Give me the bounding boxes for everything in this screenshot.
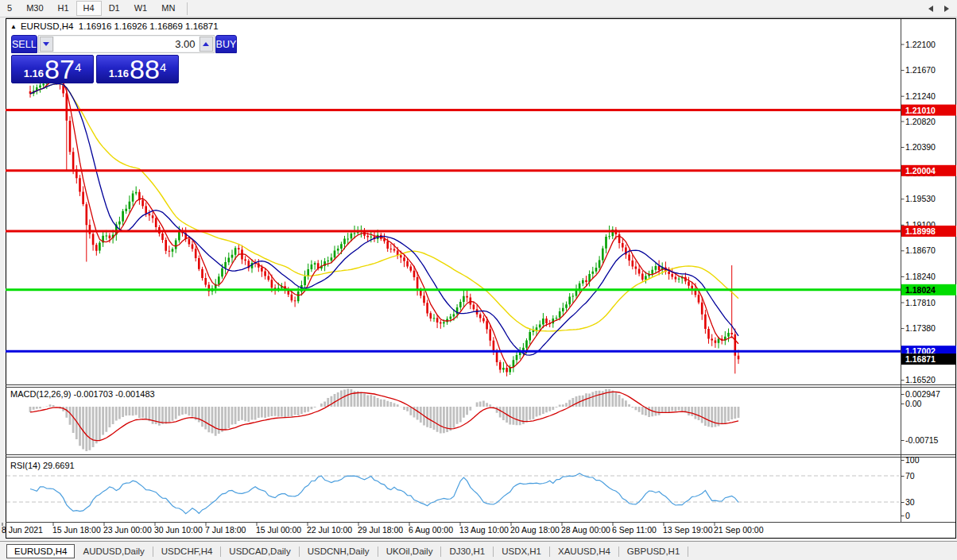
scroll-tabs-left-icon[interactable] <box>928 6 933 12</box>
svg-text:30 Jun 10:00: 30 Jun 10:00 <box>154 525 203 535</box>
buy-price-big: 88 <box>130 56 160 83</box>
svg-text:1.19530: 1.19530 <box>905 194 936 203</box>
rsi-label: RSI(14) 29.6691 <box>10 461 75 470</box>
svg-text:0: 0 <box>905 511 910 520</box>
svg-text:1.22100: 1.22100 <box>905 40 936 49</box>
svg-text:1.17380: 1.17380 <box>905 323 936 333</box>
volume-decrease-button[interactable] <box>40 37 53 52</box>
chart-tab-EURUSD-H4[interactable]: EURUSD,H4 <box>6 544 75 558</box>
svg-text:100: 100 <box>905 455 920 465</box>
one-click-trading-widget: SELL BUY 1.16 87 4 1.16 88 4 <box>11 35 180 83</box>
timeframe-button-D1[interactable]: D1 <box>102 1 127 16</box>
chart-tab-AUDUSD-Daily[interactable]: AUDUSD,Daily <box>75 544 152 558</box>
macd-label: MACD(12,26,9) -0.001703 -0.001483 <box>10 389 155 399</box>
chart-tab-GBPUSD-H1[interactable]: GBPUSD,H1 <box>619 544 688 558</box>
svg-text:1.18670: 1.18670 <box>905 245 936 255</box>
chart-window-frame <box>6 19 956 539</box>
svg-text:0.00: 0.00 <box>905 399 922 408</box>
svg-text:7 Jul 18:00: 7 Jul 18:00 <box>205 525 246 535</box>
svg-text:23 Jun 00:00: 23 Jun 00:00 <box>103 525 152 535</box>
svg-text:1.16520: 1.16520 <box>905 375 936 384</box>
svg-text:8 Jun 2021: 8 Jun 2021 <box>2 525 43 535</box>
svg-text:1.21670: 1.21670 <box>905 65 936 75</box>
svg-text:21 Sep 00:00: 21 Sep 00:00 <box>714 525 764 535</box>
chart-tab-USDCNH-Daily[interactable]: USDCNH,Daily <box>300 544 378 558</box>
svg-text:29 Jul 18:00: 29 Jul 18:00 <box>358 525 403 535</box>
timeframe-button-5[interactable]: 5 <box>0 1 19 16</box>
volume-increase-button[interactable] <box>200 37 213 52</box>
timeframe-button-H1[interactable]: H1 <box>51 1 76 16</box>
svg-text:0.002947: 0.002947 <box>905 389 940 399</box>
chart-tab-USDCAD-Daily[interactable]: USDCAD,Daily <box>221 544 298 558</box>
chart-title: ▲EURUSD,H4 1.16916 1.16926 1.16869 1.168… <box>10 21 219 31</box>
chart-tab-DJ30-H1[interactable]: DJ30,H1 <box>441 544 493 558</box>
buy-price-small: 1.16 <box>109 65 129 83</box>
svg-text:15 Jul 00:00: 15 Jul 00:00 <box>256 525 301 535</box>
svg-text:6 Aug 00:00: 6 Aug 00:00 <box>409 525 453 535</box>
sell-price-small: 1.16 <box>24 65 44 83</box>
svg-text:1.20004: 1.20004 <box>905 166 936 176</box>
tab-divider <box>688 546 688 557</box>
svg-text:6 Sep 11:00: 6 Sep 11:00 <box>612 525 657 535</box>
down-triangle-icon <box>43 42 49 46</box>
svg-text:1.17810: 1.17810 <box>905 298 936 307</box>
chart-symbol: EURUSD,H4 <box>21 21 73 31</box>
chart-tab-UKOil-Daily[interactable]: UKOil,Daily <box>378 544 441 558</box>
up-triangle-icon <box>203 42 209 46</box>
chart-tab-bar: EURUSD,H4AUDUSD,DailyUSDCHF,H4USDCAD,Dai… <box>0 541 957 560</box>
buy-button[interactable]: BUY <box>215 35 238 53</box>
svg-text:1.21010: 1.21010 <box>905 106 936 115</box>
svg-text:70: 70 <box>905 471 915 481</box>
buy-price-panel[interactable]: 1.16 88 4 <box>96 55 179 83</box>
sell-price-sup: 4 <box>75 56 81 79</box>
chart-tab-XAUUSD-H4[interactable]: XAUUSD,H4 <box>550 544 618 558</box>
sell-price-big: 87 <box>45 56 75 83</box>
svg-text:1.20390: 1.20390 <box>905 142 936 152</box>
svg-text:20 Aug 18:00: 20 Aug 18:00 <box>510 525 560 535</box>
chart-tab-USDX-H1[interactable]: USDX,H1 <box>494 544 549 558</box>
time-axis[interactable]: 8 Jun 202115 Jun 18:0023 Jun 00:0030 Jun… <box>2 523 764 535</box>
svg-text:1.21240: 1.21240 <box>905 91 936 101</box>
chart-tab-USDCHF-H4[interactable]: USDCHF,H4 <box>153 544 221 558</box>
svg-text:30: 30 <box>905 497 915 507</box>
scroll-tabs-right-icon[interactable] <box>944 6 949 12</box>
tab-scroll-arrows <box>928 6 949 12</box>
toolbar-separator <box>187 2 188 15</box>
volume-input[interactable] <box>54 37 199 52</box>
timeframe-button-MN[interactable]: MN <box>154 1 182 16</box>
volume-spinner <box>38 35 215 53</box>
svg-text:1.18998: 1.18998 <box>905 226 936 236</box>
sell-button[interactable]: SELL <box>11 35 37 53</box>
svg-text:22 Jul 10:00: 22 Jul 10:00 <box>307 525 352 535</box>
svg-text:13 Aug 10:00: 13 Aug 10:00 <box>459 525 509 535</box>
timeframe-button-M30[interactable]: M30 <box>19 1 50 16</box>
timeframe-toolbar: 5M30H1H4D1W1MN <box>0 0 957 17</box>
svg-text:1.18024: 1.18024 <box>905 285 936 295</box>
buy-price-sup: 4 <box>160 56 166 79</box>
svg-text:1.20820: 1.20820 <box>905 117 936 126</box>
svg-text:13 Sep 19:00: 13 Sep 19:00 <box>663 525 713 535</box>
chart-ohlc: 1.16916 1.16926 1.16869 1.16871 <box>79 21 219 31</box>
sell-price-panel[interactable]: 1.16 87 4 <box>11 55 94 83</box>
svg-text:28 Aug 00:00: 28 Aug 00:00 <box>561 525 610 535</box>
mt4-window: 1.221001.216701.212401.208201.203901.199… <box>0 0 957 560</box>
collapse-panel-icon[interactable]: ▲ <box>10 23 17 30</box>
timeframe-button-W1[interactable]: W1 <box>127 1 155 16</box>
svg-text:15 Jun 18:00: 15 Jun 18:00 <box>52 525 101 535</box>
svg-text:1.16871: 1.16871 <box>905 354 936 364</box>
svg-text:-0.00715: -0.00715 <box>905 435 939 445</box>
svg-text:1.18240: 1.18240 <box>905 272 936 281</box>
timeframe-button-H4[interactable]: H4 <box>76 1 102 16</box>
